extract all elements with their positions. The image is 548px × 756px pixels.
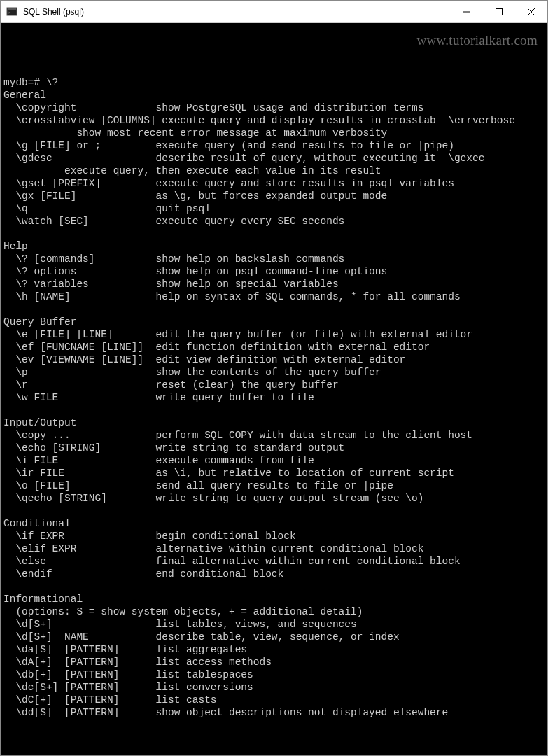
svg-text:>_: >_ (8, 10, 14, 15)
close-button[interactable] (515, 1, 547, 23)
terminal-area[interactable]: www.tutorialkart.com mydb=# \? General \… (1, 23, 547, 755)
window-title: SQL Shell (psql) (23, 7, 84, 17)
titlebar[interactable]: >_ SQL Shell (psql) (1, 1, 547, 23)
watermark: www.tutorialkart.com (416, 34, 538, 47)
terminal-content: mydb=# \? General \copyright show Postgr… (3, 64, 545, 719)
maximize-button[interactable] (483, 1, 515, 23)
app-window: >_ SQL Shell (psql) www.tutorialkart.com… (0, 0, 548, 756)
app-icon: >_ (6, 6, 17, 18)
minimize-button[interactable] (451, 1, 483, 23)
svg-rect-4 (496, 8, 503, 15)
